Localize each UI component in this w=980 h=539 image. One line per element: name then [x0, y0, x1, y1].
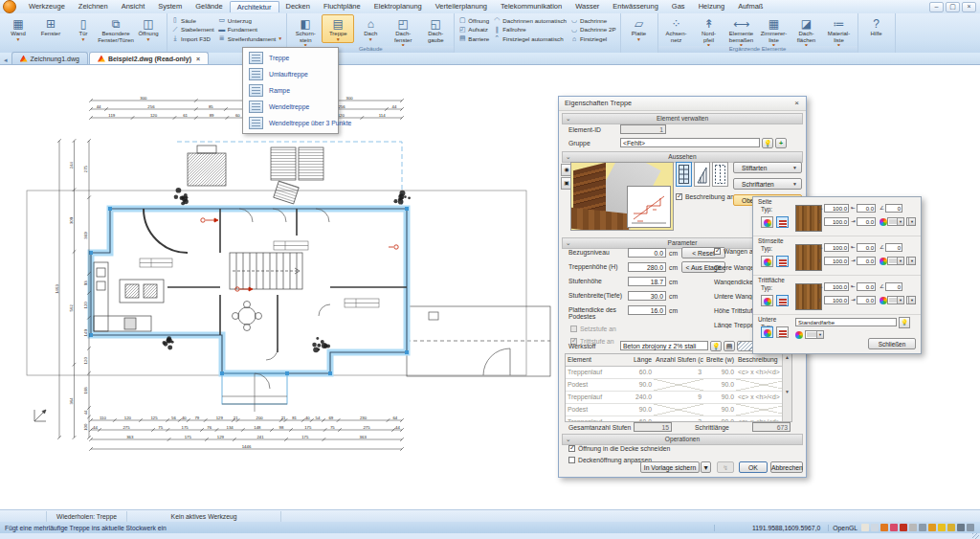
width-field[interactable]: 100.0	[824, 282, 849, 291]
tab-close-icon[interactable]: ×	[194, 56, 200, 62]
ok-button[interactable]: OK	[739, 461, 768, 473]
menu-item-umlauftreppe[interactable]: Umlauftreppe	[243, 66, 338, 82]
offset-y-field[interactable]: 0.0	[857, 217, 876, 226]
schliessen-button[interactable]: Schließen	[868, 338, 916, 349]
menu-tab-ansicht[interactable]: Ansicht	[115, 1, 152, 12]
resize-grip[interactable]	[972, 533, 979, 539]
ribbon-button-achsennetz[interactable]: ⁘Achsen- netz	[660, 14, 693, 45]
ribbon-button-treppe[interactable]: ▤Treppe▼	[322, 14, 354, 43]
ribbon-button-fenster[interactable]: ⊞Fenster	[34, 14, 67, 39]
color-dropdown[interactable]: ▼	[887, 257, 904, 265]
color-wheel-button[interactable]	[761, 216, 773, 228]
color-wheel-button[interactable]	[761, 295, 773, 306]
height-field[interactable]: 100.0	[824, 217, 849, 226]
menu-tab-telekommunikation[interactable]: Telekommunikation	[494, 1, 568, 12]
menu-tab-wasser[interactable]: Wasser	[568, 1, 606, 12]
section-operationen[interactable]: ⌄Operationen	[562, 434, 803, 445]
ribbon-button-tür[interactable]: ▯Tür▼	[67, 14, 100, 43]
angle-field[interactable]: 0	[885, 282, 902, 291]
offset-x-field[interactable]: 0.0	[857, 282, 876, 291]
link-icon[interactable]	[967, 524, 974, 531]
pencil-icon[interactable]	[947, 524, 955, 531]
ribbon-button-platte[interactable]: ▱Platte▼	[623, 14, 656, 43]
ribbon-button-materialliste[interactable]: ≔Material- liste▼	[823, 14, 856, 49]
menu-item-wendeltreppe[interactable]: Wendeltreppe	[243, 99, 338, 115]
angle-icon[interactable]	[919, 524, 926, 531]
material-copy-icon[interactable]: ▤	[724, 341, 735, 351]
ribbon-button-dachgaube[interactable]: ◱Dach- gaube	[419, 14, 452, 45]
template-dropdown-arrow[interactable]: ▼	[701, 461, 711, 473]
color-wheel-button[interactable]	[761, 256, 773, 267]
ribbon-button-besonderefenstertüren[interactable]: ⧉Besondere Fenster/Türen	[100, 14, 132, 45]
repeat-tool-segment[interactable]: Wiederholen: Treppe	[47, 511, 127, 522]
menu-tab-gelände[interactable]: Gelände	[189, 1, 229, 12]
layer-icon[interactable]	[909, 524, 917, 531]
flag-icon[interactable]	[880, 524, 888, 531]
menu-tab-architektur[interactable]: Architektur	[230, 1, 279, 12]
cut-ceiling-checkbox[interactable]	[568, 445, 575, 452]
ribbon-button-nordpfeil[interactable]: ↟Nord- pfeil▼	[693, 14, 725, 49]
ribbon-button-dachfenster[interactable]: ◰Dach- fenster▼	[387, 14, 419, 49]
menu-tab-decken[interactable]: Decken	[279, 1, 317, 12]
ribbon-small-firstziegel-automatisch[interactable]: ⌃Firstziegel automatisch	[491, 34, 568, 43]
ribbon-small-fundament[interactable]: ▬Fundament	[216, 26, 285, 34]
height-field[interactable]: 100.0	[824, 257, 849, 265]
offset-x-field[interactable]: 0.0	[857, 204, 876, 213]
ribbon-small-dachrinne[interactable]: ◡Dachrinne	[568, 16, 618, 25]
menu-item-rampe[interactable]: Rampe	[243, 82, 338, 99]
doc-tab-zeichnung1[interactable]: Zeichnung1.dwg	[11, 52, 88, 64]
angle-field[interactable]: 0	[885, 243, 902, 252]
extra-dropdown[interactable]: ▼	[906, 257, 916, 265]
plus-icon[interactable]	[957, 524, 965, 531]
column-header-3[interactable]: Breite (w)	[703, 354, 736, 366]
offset-y-field[interactable]: 0.0	[857, 257, 876, 265]
column-header-2[interactable]: Anzahl Stufen (c)	[654, 354, 703, 366]
werkstoff-field[interactable]: Beton zbrojony z 2% stali	[620, 341, 708, 350]
texture-button[interactable]	[776, 256, 789, 267]
texture-button[interactable]	[776, 295, 789, 306]
table-row[interactable]: Treppenlauf60.0390.0<c> x <h>/<d>	[566, 367, 791, 379]
standard-color-field[interactable]: Standardfarbe	[795, 318, 897, 326]
maximize-button[interactable]: ▢	[946, 2, 960, 12]
star-icon[interactable]	[938, 524, 946, 531]
app-logo-icon[interactable]	[3, 0, 16, 13]
texture-button[interactable]	[776, 216, 789, 228]
color-wheel-button[interactable]	[761, 326, 773, 338]
ribbon-small-säule[interactable]: ▯Säule	[169, 16, 216, 25]
lightbulb-icon[interactable]: 💡	[899, 317, 910, 328]
texture-button[interactable]	[776, 326, 789, 338]
offset-y-field[interactable]: 0.0	[857, 296, 876, 304]
color-dropdown[interactable]: ▼	[887, 217, 904, 226]
color-dropdown[interactable]: ▼	[887, 296, 904, 304]
extra-dropdown[interactable]: ▼	[906, 217, 916, 226]
menu-tab-fluchtpläne[interactable]: Fluchtpläne	[317, 1, 368, 12]
ribbon-button-schornstein[interactable]: ◧Schorn- stein▼	[289, 14, 322, 49]
ribbon-small-dachrinnen-automatisch[interactable]: ◠Dachrinnen automatisch	[491, 16, 568, 25]
angle-field[interactable]: 0	[885, 204, 902, 213]
ribbon-button-zimmererliste[interactable]: ▦Zimmerer- liste▼	[758, 14, 791, 49]
menu-item-treppe[interactable]: Treppe	[243, 50, 338, 66]
frame-icon[interactable]	[871, 524, 879, 531]
width-field[interactable]: 100.0	[824, 243, 849, 252]
menu-tab-gas[interactable]: Gas	[665, 1, 692, 12]
ribbon-small-aufsatz[interactable]: ◰Aufsatz	[457, 26, 491, 34]
adjust-ceiling-checkbox[interactable]	[568, 457, 575, 463]
column-header-0[interactable]: Element	[566, 354, 615, 366]
table-row[interactable]: Podest90.090.0	[566, 379, 791, 392]
underside-color-dropdown[interactable]: ▼	[805, 330, 824, 339]
cancel-button[interactable]: Abbrechen	[770, 461, 803, 473]
stop-icon[interactable]	[900, 524, 907, 531]
menu-tab-heizung[interactable]: Heizung	[692, 1, 732, 12]
menu-tab-zeichnen[interactable]: Zeichnen	[72, 1, 115, 12]
ribbon-small-import-f3d[interactable]: ⤓Import F3D	[169, 34, 216, 43]
tab-scroll-left-icon[interactable]: ◂	[0, 56, 11, 64]
menu-tab-werkzeuge[interactable]: Werkzeuge	[22, 1, 72, 12]
close-button[interactable]: ×	[962, 2, 976, 12]
ribbon-small-öffnung[interactable]: ▢Öffnung	[457, 16, 491, 25]
stair-segment-table[interactable]: ElementLängeAnzahl Stufen (c)Breite (w)B…	[565, 353, 792, 422]
extra-dropdown[interactable]: ▼	[906, 296, 916, 304]
ribbon-button-hilfe[interactable]: ?Hilfe	[860, 14, 893, 39]
table-scrollbar[interactable]: ▲▼	[782, 354, 791, 421]
save-template-button[interactable]: In Vorlage sichern	[640, 461, 700, 473]
menu-tab-verteilerplanung[interactable]: Verteilerplanung	[429, 1, 494, 12]
